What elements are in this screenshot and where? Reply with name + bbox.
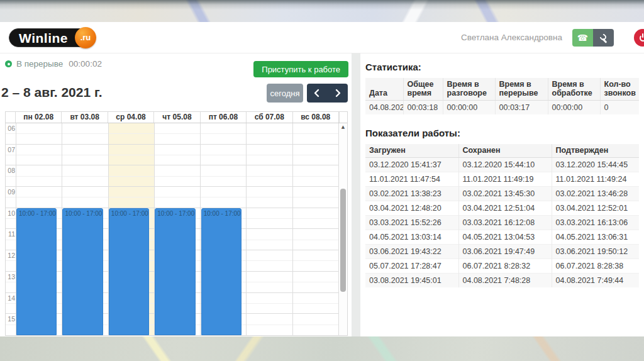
table-cell: 03.12.2020 15:41:37 xyxy=(365,158,458,172)
header-button-group: ☎ xyxy=(572,29,614,47)
logout-power-button[interactable] xyxy=(634,29,644,47)
table-cell: 04.08.2021 xyxy=(365,101,403,115)
calendar-day-header[interactable]: сб 07.08 xyxy=(247,112,292,123)
table-cell: 00:03:18 xyxy=(403,101,443,115)
table-cell: 03.08.2021 19:45:01 xyxy=(365,274,458,288)
calendar-day-header[interactable]: пн 02.08 xyxy=(16,112,62,123)
status-dot-icon xyxy=(5,60,12,67)
calendar-week-title: 2 – 8 авг. 2021 г. xyxy=(1,85,102,100)
calendar-grid: 06070809101112131415 10:00 - 17:0010:00 … xyxy=(6,123,347,335)
table-cell: 0 xyxy=(600,101,639,115)
work-indicators-table: ЗагруженСохраненПодтвержден03.12.2020 15… xyxy=(365,144,639,287)
background-photo-top xyxy=(0,0,644,22)
next-week-button[interactable] xyxy=(328,84,348,103)
half-hour-line xyxy=(6,176,339,177)
calendar-day-header[interactable]: вт 03.08 xyxy=(62,112,108,123)
schedule-event[interactable]: 10:00 - 17:00 xyxy=(16,208,57,335)
table-row: 03.12.2020 15:41:3703.12.2020 15:44:1003… xyxy=(365,158,639,172)
schedule-event[interactable]: 10:00 - 17:00 xyxy=(62,208,103,335)
schedule-event[interactable]: 10:00 - 17:00 xyxy=(155,208,195,335)
hour-label: 07 xyxy=(6,146,15,153)
table-cell: 06.07.2021 8:28:38 xyxy=(552,259,639,274)
phone-button[interactable]: ☎ xyxy=(572,29,593,47)
schedule-panel: В перерыве 00:00:02 Приступить к работе … xyxy=(0,53,352,336)
column-header: Время в разговоре xyxy=(443,78,495,101)
calendar-hour-row: 08 xyxy=(6,165,347,187)
table-cell: 03.02.2021 13:38:23 xyxy=(365,187,458,201)
table-header-row: ДатаОбщее времяВремя в разговореВремя в … xyxy=(365,78,639,101)
top-navbar: Winline .ru Светлана Александровна ☎ xyxy=(0,22,644,53)
table-cell: 03.06.2021 19:43:22 xyxy=(365,245,458,259)
table-cell: 03.12.2020 15:44:10 xyxy=(458,158,552,172)
table-cell: 00:00:00 xyxy=(443,101,495,115)
prev-week-button[interactable] xyxy=(307,84,328,103)
table-header-row: ЗагруженСохраненПодтвержден xyxy=(365,144,639,158)
today-button[interactable]: сегодня xyxy=(267,84,303,103)
table-cell: 04.05.2021 13:03:14 xyxy=(365,230,458,245)
navbar-right-group: Светлана Александровна ☎ xyxy=(461,29,614,47)
statistics-table: ДатаОбщее времяВремя в разговореВремя в … xyxy=(365,78,639,114)
table-row: 03.04.2021 12:48:2003.04.2021 12:51:0403… xyxy=(365,201,639,216)
column-header: Подтвержден xyxy=(552,144,639,158)
table-row: 04.05.2021 13:03:1404.05.2021 13:04:5304… xyxy=(365,230,639,245)
table-row: 03.03.2021 15:52:2603.03.2021 16:12:0803… xyxy=(365,216,639,230)
table-cell: 04.05.2021 13:04:53 xyxy=(458,230,552,245)
chevron-left-icon xyxy=(313,89,321,97)
table-cell: 03.03.2021 16:13:06 xyxy=(552,216,639,230)
table-row: 04.08.202100:03:1800:00:0000:03:1700:00:… xyxy=(365,101,639,115)
calendar-day-header-row: пн 02.08вт 03.08ср 04.08чт 05.08пт 06.08… xyxy=(6,112,347,123)
status-timer: 00:00:02 xyxy=(69,59,102,69)
calendar-day-header[interactable]: чт 05.08 xyxy=(154,112,200,123)
table-cell: 11.01.2021 11:49:24 xyxy=(552,172,639,187)
table-row: 03.08.2021 19:45:0104.08.2021 7:48:2804.… xyxy=(365,274,639,288)
power-icon xyxy=(639,34,644,42)
table-cell: 03.12.2020 15:44:45 xyxy=(552,158,639,172)
scrollbar-up-arrow[interactable]: ▲ xyxy=(339,123,347,131)
table-cell: 03.03.2021 16:12:08 xyxy=(458,216,552,230)
start-work-button[interactable]: Приступить к работе xyxy=(253,61,348,77)
stats-panel: Статистика: ДатаОбщее времяВремя в разго… xyxy=(360,53,644,336)
scrollbar-thumb[interactable] xyxy=(340,189,346,292)
background-photo-bottom xyxy=(0,336,644,361)
settings-button[interactable] xyxy=(593,29,614,47)
calendar-hour-row: 09 xyxy=(6,187,347,208)
work-indicators-heading: Показатели работы: xyxy=(365,128,639,138)
table-cell: 06.07.2021 8:28:32 xyxy=(458,259,552,274)
table-cell: 04.05.2021 13:06:31 xyxy=(552,230,639,245)
half-hour-line xyxy=(6,197,339,197)
statistics-heading: Статистика: xyxy=(365,62,639,72)
table-cell: 04.08.2021 7:49:44 xyxy=(552,274,639,288)
calendar-day-header[interactable]: вс 08.08 xyxy=(293,112,339,123)
hour-label: 13 xyxy=(6,273,15,280)
table-cell: 11.01.2021 11:47:54 xyxy=(365,172,458,187)
main-content: В перерыве 00:00:02 Приступить к работе … xyxy=(0,53,644,336)
wrench-icon xyxy=(599,33,608,42)
table-cell: 03.06.2021 19:50:12 xyxy=(552,245,639,259)
table-cell: 03.04.2021 12:52:01 xyxy=(552,201,639,216)
phone-icon: ☎ xyxy=(577,33,588,42)
agent-status-row: В перерыве 00:00:02 xyxy=(5,59,102,69)
calendar-scrollbar[interactable]: ▲ xyxy=(339,123,347,335)
column-header: Время в обработке xyxy=(548,78,600,101)
table-cell: 00:03:17 xyxy=(495,101,548,115)
status-label: В перерыве xyxy=(16,59,63,69)
schedule-event[interactable]: 10:00 - 17:00 xyxy=(201,208,242,335)
schedule-event[interactable]: 10:00 - 17:00 xyxy=(109,208,149,335)
winline-logo: Winline .ru xyxy=(9,27,92,48)
table-cell: 03.02.2021 13:46:28 xyxy=(552,187,639,201)
hour-label: 15 xyxy=(6,315,15,323)
table-cell: 05.07.2021 17:28:47 xyxy=(365,259,458,274)
column-header: Кол-во звонков xyxy=(600,78,639,101)
calendar-hour-row: 06 xyxy=(6,123,347,145)
chevron-right-icon xyxy=(334,89,341,97)
column-header: Загружен xyxy=(365,144,458,158)
calendar-day-header[interactable]: ср 04.08 xyxy=(108,112,154,123)
calendar-day-header[interactable]: пт 06.08 xyxy=(201,112,247,123)
week-nav-arrows xyxy=(307,84,348,103)
column-header: Время в перерыве xyxy=(495,78,548,101)
table-cell: 11.01.2021 11:49:19 xyxy=(458,172,552,187)
half-hour-line xyxy=(6,155,339,155)
table-row: 11.01.2021 11:47:5411.01.2021 11:49:1911… xyxy=(365,172,639,187)
column-header: Дата xyxy=(365,78,403,101)
calendar-header-gutter-stub xyxy=(6,112,16,123)
